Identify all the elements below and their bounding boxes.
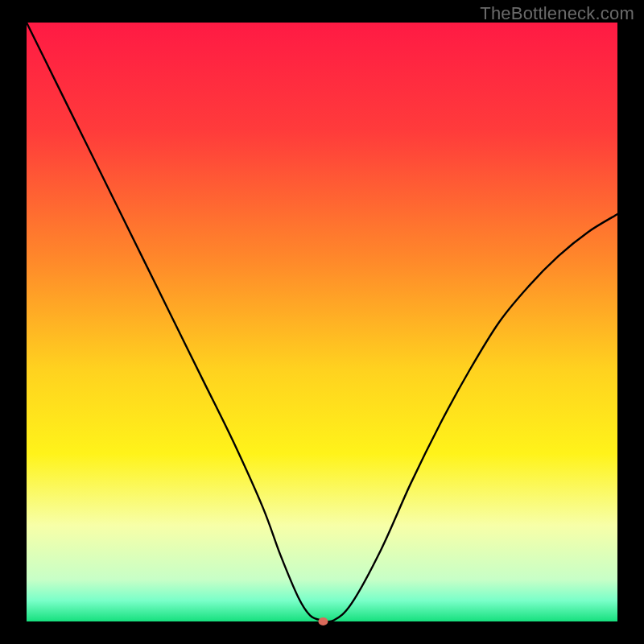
plot-background bbox=[27, 23, 617, 621]
watermark-text: TheBottleneck.com bbox=[480, 3, 634, 24]
chart-frame: TheBottleneck.com bbox=[0, 0, 644, 644]
bottleneck-chart bbox=[0, 0, 644, 644]
optimal-marker bbox=[318, 617, 328, 625]
